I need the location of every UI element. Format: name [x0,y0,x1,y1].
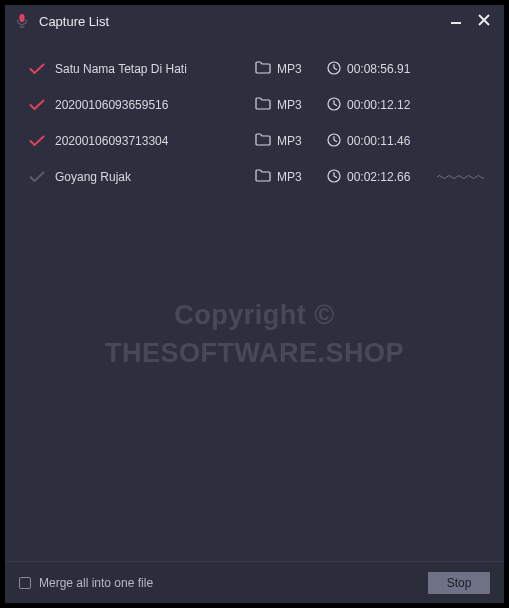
item-format[interactable]: MP3 [255,97,327,113]
duration-label: 00:02:12.66 [347,170,410,184]
list-item[interactable]: 20200106093659516MP300:00:12.12 [5,87,504,123]
merge-checkbox[interactable] [19,577,31,589]
window-title: Capture List [39,14,440,29]
folder-icon [255,133,271,149]
format-label: MP3 [277,62,302,76]
capture-list: Satu Nama Tetap Di HatiMP300:08:56.91202… [5,37,504,195]
item-name: 20200106093713304 [55,134,255,148]
item-duration: 00:00:12.12 [327,97,437,114]
clock-icon [327,133,341,150]
check-icon[interactable] [29,99,55,111]
folder-icon [255,169,271,185]
footer: Merge all into one file Stop [5,561,504,603]
item-duration: 00:02:12.66 [327,169,437,186]
check-icon[interactable] [29,171,55,183]
clock-icon [327,169,341,186]
format-label: MP3 [277,134,302,148]
stop-button[interactable]: Stop [428,572,490,594]
watermark-line1: Copyright © [5,297,504,335]
clock-icon [327,97,341,114]
folder-icon [255,61,271,77]
svg-rect-0 [20,14,25,22]
item-format[interactable]: MP3 [255,61,327,77]
item-format[interactable]: MP3 [255,169,327,185]
item-format[interactable]: MP3 [255,133,327,149]
minimize-button[interactable] [448,13,464,29]
folder-icon [255,97,271,113]
item-duration: 00:00:11.46 [327,133,437,150]
duration-label: 00:00:11.46 [347,134,410,148]
content-area: Satu Nama Tetap Di HatiMP300:08:56.91202… [5,37,504,561]
duration-label: 00:08:56.91 [347,62,410,76]
window-controls [448,13,496,29]
item-duration: 00:08:56.91 [327,61,437,78]
microphone-icon [13,12,31,30]
item-name: 20200106093659516 [55,98,255,112]
titlebar: Capture List [5,5,504,37]
check-icon[interactable] [29,135,55,147]
item-name: Satu Nama Tetap Di Hati [55,62,255,76]
list-item[interactable]: Satu Nama Tetap Di HatiMP300:08:56.91 [5,51,504,87]
format-label: MP3 [277,170,302,184]
format-label: MP3 [277,98,302,112]
list-item[interactable]: Goyang RujakMP300:02:12.66 [5,159,504,195]
watermark: Copyright © THESOFTWARE.SHOP [5,297,504,373]
item-waveform [437,174,484,180]
list-item[interactable]: 20200106093713304MP300:00:11.46 [5,123,504,159]
check-icon[interactable] [29,63,55,75]
duration-label: 00:00:12.12 [347,98,410,112]
close-button[interactable] [476,13,492,29]
watermark-line2: THESOFTWARE.SHOP [5,335,504,373]
merge-label: Merge all into one file [39,576,420,590]
item-name: Goyang Rujak [55,170,255,184]
clock-icon [327,61,341,78]
capture-list-window: Capture List Satu Nama Tetap Di HatiMP30… [5,5,504,603]
